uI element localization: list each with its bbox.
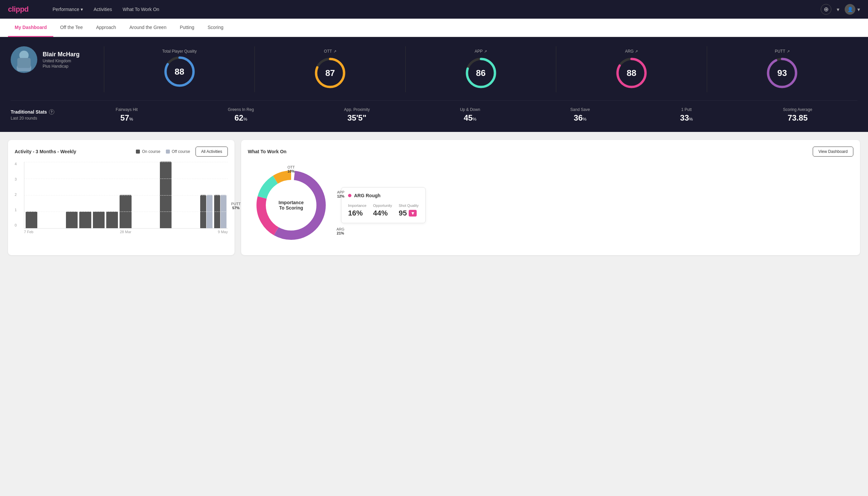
player-details: Blair McHarg United Kingdom Plus Handica… [43,51,80,68]
bar-chart: 4 3 2 1 0 [15,162,228,234]
bar-dark [200,195,206,228]
top-nav: clippd Performance ▾ Activities What To … [0,0,868,19]
donut-label-arg: ARG 21% [336,227,344,235]
arg-gauge: 88 [615,56,648,90]
add-button[interactable]: ⊕ [821,4,831,15]
bar-dark [93,212,105,228]
score-app: APP ↗ 86 [406,46,556,92]
nav-links: Performance ▾ Activities What To Work On [53,7,159,12]
donut-label-app: APP 12% [337,190,344,198]
donut-center: Importance To Scoring [279,200,303,211]
legend-off-course: Off course [166,149,190,154]
metric-importance: Importance 16% [348,203,366,218]
all-activities-button[interactable]: All Activities [195,146,228,157]
work-on-title: What To Work On [248,149,286,154]
arg-arrow-icon: ↗ [635,49,638,53]
player-info: Blair McHarg United Kingdom Plus Handica… [11,46,97,73]
info-card-title: ARG Rough [348,193,419,198]
main-content: Activity - 3 Months - Weekly On course O… [0,132,868,263]
app-value: 86 [476,68,486,78]
donut-label-ott: OTT 10% [287,165,295,173]
info-card: ARG Rough Importance 16% Opportunity 44%… [341,187,426,223]
ott-value: 87 [326,68,335,78]
stat-scoring-average: Scoring Average 73.85 [783,107,812,123]
logo-text: clippd [8,5,29,14]
metric-opportunity: Opportunity 44% [373,203,392,218]
tab-bar: My Dashboard Off the Tee Approach Around… [0,19,868,37]
total-gauge: 88 [163,55,196,88]
plus-icon: ⊕ [824,6,829,13]
donut-chart: Importance To Scoring OTT 10% APP 12% AR… [248,162,334,248]
metric-shot-quality: Shot Quality 95 ▼ [399,203,419,218]
tab-putting[interactable]: Putting [173,19,201,37]
stat-items: Fairways Hit 57% Greens In Reg 62% App. … [70,107,857,123]
chart-legend: On course Off course [136,149,190,154]
score-total: Total Player Quality 88 [104,46,255,92]
tab-scoring[interactable]: Scoring [201,19,230,37]
bar-dark [26,212,37,228]
info-icon: ? [49,109,54,114]
stats-row: Traditional Stats ? Last 20 rounds Fairw… [11,100,857,123]
tab-off-the-tee[interactable]: Off the Tee [53,19,89,37]
ott-arrow-icon: ↗ [333,49,336,53]
stats-subtitle: Last 20 rounds [11,116,70,121]
bar-light [221,195,226,228]
ott-gauge: 87 [313,56,347,90]
ott-label: OTT ↗ [324,49,336,53]
arg-label: ARG ↗ [625,49,638,53]
player-row: Blair McHarg United Kingdom Plus Handica… [11,46,857,92]
nav-what-to-work-on[interactable]: What To Work On [123,7,159,12]
work-on-header: What To Work On View Dashboard [248,146,853,157]
stat-greens-in-reg: Greens In Reg 62% [228,107,254,123]
bar-dark [120,195,131,228]
legend-on-course: On course [136,149,160,154]
score-ott: OTT ↗ 87 [255,46,405,92]
player-avatar [11,46,37,73]
chart-card-header: Activity - 3 Months - Weekly On course O… [15,146,228,157]
down-badge: ▼ [409,210,417,217]
total-label: Total Player Quality [162,49,196,53]
tab-approach[interactable]: Approach [89,19,123,37]
bar-dark [160,161,172,228]
bar-light [206,195,212,228]
bar-dark [106,212,118,228]
svg-rect-2 [17,58,31,68]
nav-performance[interactable]: Performance ▾ [53,7,83,12]
nav-user-chevron: ▾ [837,6,839,13]
tab-my-dashboard[interactable]: My Dashboard [8,19,53,37]
score-putt: PUTT ↗ 93 [707,46,857,92]
work-on-inner: Importance To Scoring OTT 10% APP 12% AR… [248,162,853,248]
stat-sand-save: Sand Save 36% [570,107,590,123]
putt-value: 93 [777,68,787,78]
user-menu[interactable]: 👤 ▾ [845,4,860,15]
arg-value: 88 [627,68,636,78]
view-dashboard-button[interactable]: View Dashboard [813,146,853,157]
stat-1-putt: 1 Putt 33% [680,107,693,123]
stat-up-down: Up & Down 45% [460,107,480,123]
nav-activities[interactable]: Activities [94,7,112,12]
tab-around-the-green[interactable]: Around the Green [123,19,173,37]
app-arrow-icon: ↗ [484,49,487,53]
chevron-down-icon: ▾ [81,7,83,12]
total-value: 88 [175,67,184,77]
stat-fairways-hit: Fairways Hit 57% [115,107,138,123]
what-to-work-on-card: What To Work On View Dashboard [241,140,860,255]
scores-row: Total Player Quality 88 OTT ↗ [104,46,857,92]
player-handicap: Plus Handicap [43,64,80,68]
off-course-dot [166,150,170,154]
user-chevron-icon: ▾ [857,6,860,13]
putt-gauge: 93 [766,56,799,90]
stats-label-group: Traditional Stats ? Last 20 rounds [11,109,70,121]
nav-right: ⊕ ▾ 👤 ▾ [821,4,860,15]
score-arg: ARG ↗ 88 [556,46,707,92]
logo[interactable]: clippd [8,5,29,14]
user-avatar: 👤 [845,4,855,15]
stats-title: Traditional Stats ? [11,109,70,114]
stat-app-proximity: App. Proximity 35'5" [344,107,370,123]
info-metrics: Importance 16% Opportunity 44% Shot Qual… [348,203,419,218]
player-country: United Kingdom [43,59,80,63]
putt-label: PUTT ↗ [775,49,789,53]
player-name: Blair McHarg [43,51,80,58]
bar-group [26,212,37,228]
activity-chart-card: Activity - 3 Months - Weekly On course O… [8,140,235,255]
